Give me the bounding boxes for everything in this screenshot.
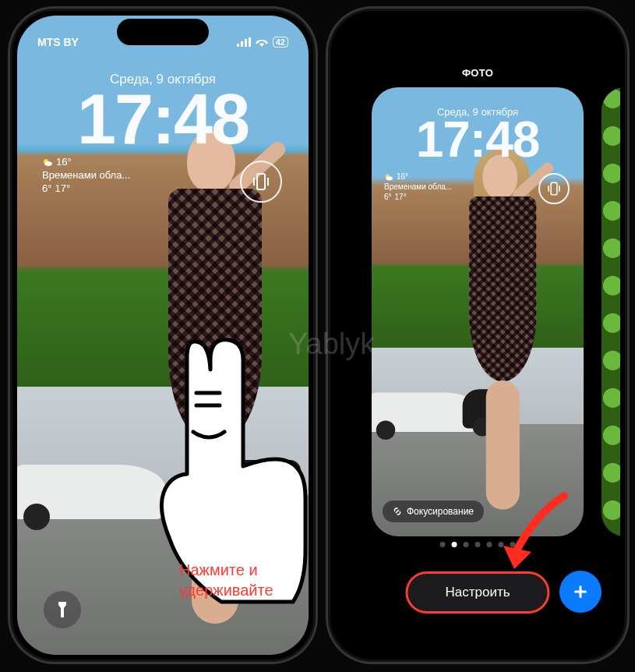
carrier-label: MTS BY [37,36,79,48]
press-hold-hint: Нажмите и удерживайте [179,560,304,600]
preview-time: 17:48 [372,111,584,168]
link-icon [393,507,402,516]
svg-rect-0 [237,44,239,47]
weather-high: 6° [42,182,51,196]
customize-button[interactable]: Настроить [407,574,547,611]
notch [432,19,524,45]
flashlight-button[interactable] [44,591,81,628]
add-wallpaper-button[interactable] [559,571,601,613]
weather-widget[interactable]: 16° Временами обла... 6° 17° [42,156,130,196]
phone-vibrate-icon [251,172,271,192]
focus-pill[interactable]: Фокусирование [383,500,484,522]
plus-icon [571,582,590,601]
annotation-arrow-icon [496,491,573,577]
preview-vibrate-widget [538,173,570,204]
notch [117,19,209,45]
lock-time[interactable]: 17:48 [17,80,309,160]
svg-point-10 [386,176,393,180]
cellular-icon [237,37,251,47]
page-dot [475,542,481,547]
wifi-icon [256,37,268,47]
weather-icon [42,157,53,168]
wallpaper-preview-card[interactable]: Среда, 9 октября 17:48 16° Временами обл… [372,87,584,536]
svg-rect-11 [551,182,557,194]
customize-screen: ФОТО Среда, 9 октября 17:48 16° Временам… [335,16,620,655]
next-wallpaper-peek[interactable] [601,87,620,536]
svg-rect-15 [574,591,587,593]
page-dot [487,542,492,547]
weather-icon [384,172,393,182]
page-dot-active [452,542,457,547]
phone-vibrate-icon [546,181,562,196]
weather-temp: 16° [56,156,72,169]
preview-weather-widget: 16° Временами обла... 6° 17° [384,172,452,202]
weather-condition: Временами обла... [42,169,130,182]
focus-pill-label: Фокусирование [407,506,474,517]
wallpaper-section-label: ФОТО [335,67,620,79]
phone-right-customize: ФОТО Среда, 9 октября 17:48 16° Временам… [326,6,630,664]
svg-rect-3 [249,37,251,47]
vibrate-widget[interactable] [240,161,282,203]
page-dot [440,542,446,547]
svg-rect-6 [257,174,265,189]
weather-low: 17° [55,182,70,196]
svg-point-5 [44,161,52,166]
svg-rect-2 [245,39,247,47]
battery-indicator: 42 [273,37,288,48]
flashlight-icon [55,601,69,618]
svg-rect-1 [241,41,243,47]
page-dot [464,542,469,547]
